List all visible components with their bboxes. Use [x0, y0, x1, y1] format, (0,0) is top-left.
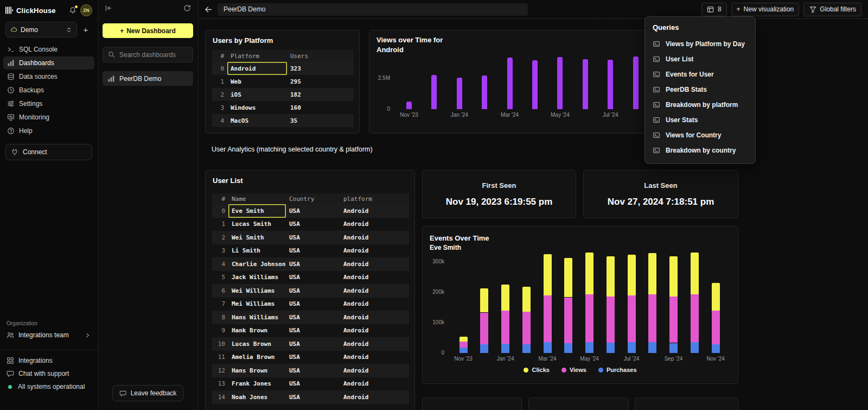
bar [482, 75, 487, 109]
table-cell: Android [340, 364, 409, 377]
table-row[interactable]: 7Mei WilliamsUSAAndroid [212, 298, 409, 311]
table-row[interactable]: 3Li SmithUSAAndroid [212, 244, 409, 258]
bar-segment-clicks [459, 337, 468, 341]
footer-label: Integrations [18, 357, 53, 364]
leave-feedback-button[interactable]: Leave feedback [112, 385, 184, 401]
table-row[interactable]: 3Windows160 [212, 101, 354, 114]
x-axis-tick: Jan '24 [443, 112, 476, 118]
queries-menu-item-user-list[interactable]: User List [645, 52, 755, 67]
table-row[interactable]: 13Frank JonesUSAAndroid [212, 377, 409, 391]
query-icon [653, 71, 660, 78]
queries-menu-item-breakdown-by-country[interactable]: Breakdown by country [645, 143, 755, 158]
chevron-right-icon [84, 331, 91, 339]
table-cell: Android [340, 218, 409, 231]
legend-item-views: Views [561, 367, 586, 373]
table-row[interactable]: 12Hans BrownUSAAndroid [212, 364, 409, 377]
queries-menu-item-breakdown-by-platform[interactable]: Breakdown by platform [645, 97, 755, 112]
bar-segment-clicks [480, 288, 488, 313]
global-filters-button[interactable]: Global filters [803, 3, 861, 16]
avatar[interactable]: ZN [80, 4, 92, 16]
table-row[interactable]: 2iOS182 [212, 88, 354, 101]
service-selector[interactable]: Demo [5, 22, 77, 37]
sidebar-item-help[interactable]: Help [3, 124, 94, 137]
query-icon [653, 55, 660, 63]
sidebar-item-chat-with-support[interactable]: Chat with support [7, 367, 91, 380]
metric-value: Nov 27, 2024 7:18:51 pm [584, 197, 738, 207]
refresh-button[interactable] [183, 4, 191, 12]
sidebar-item-sql-console[interactable]: SQL Console [3, 43, 94, 56]
table-cell: 14 [212, 390, 228, 404]
sidebar-item-dashboards[interactable]: Dashboards [3, 56, 94, 70]
table-row[interactable]: 6Wei WilliamsUSAAndroid [212, 284, 409, 298]
new-dashboard-button[interactable]: + New Dashboard [103, 23, 193, 38]
table-row[interactable]: 2Wei SmithUSAAndroid [212, 231, 409, 244]
backup-icon [7, 86, 15, 94]
sidebar-item-settings[interactable]: Settings [3, 97, 94, 110]
table-row[interactable]: 10Lucas BrownUSAAndroid [212, 337, 409, 351]
bar [583, 59, 588, 109]
queries-menu-item-user-stats[interactable]: User Stats [645, 112, 755, 128]
bar-segment-clicks [564, 258, 572, 298]
terminal-icon [7, 46, 15, 53]
bar-segment-purchases [585, 342, 593, 353]
search-input[interactable] [118, 51, 188, 59]
table-cell: Noah Jones [228, 390, 286, 404]
queries-menu-title: Queries [645, 22, 755, 36]
table-cell: Android [340, 324, 409, 338]
user-analytics-label: User Analytics (matching selected countr… [212, 146, 373, 153]
bar-segment-views [628, 295, 636, 343]
queries-menu-item-views-by-platform-by-day[interactable]: Views by Platform by Day [645, 36, 755, 52]
collapse-panel-button[interactable] [105, 4, 112, 12]
table-cell: 2 [212, 88, 227, 101]
dashboard-title-input[interactable] [218, 3, 528, 16]
table-row[interactable]: 1Web295 [212, 75, 354, 88]
cutoff-panel [635, 398, 738, 410]
sidebar-item-all-systems-operational[interactable]: All systems operational [7, 380, 91, 393]
back-button[interactable] [205, 5, 212, 13]
table-row[interactable]: 9Hank BrownUSAAndroid [212, 324, 409, 338]
notifications-bell-icon[interactable] [69, 7, 76, 14]
cutoff-panel [528, 398, 629, 410]
sidebar-item-integrations[interactable]: Integrations [7, 354, 91, 367]
new-visualization-button[interactable]: + New visualization [731, 3, 800, 16]
table-row[interactable]: 4Charlie JohnsonUSAAndroid [212, 257, 409, 271]
legend-item-clicks: Clicks [524, 367, 549, 373]
queries-menu-item-views-for-country[interactable]: Views for Country [645, 128, 755, 143]
table-row[interactable]: 8Hans WilliamsUSAAndroid [212, 311, 409, 324]
queries-menu-item-peerdb-stats[interactable]: PeerDB Stats [645, 82, 755, 97]
add-service-button[interactable]: + [79, 23, 92, 36]
sidebar-item-monitoring[interactable]: Monitoring [3, 111, 94, 124]
table-cell: 6 [212, 284, 228, 298]
table-row[interactable]: 14Noah JonesUSAAndroid [212, 390, 409, 404]
query-icon [653, 101, 660, 109]
queries-count-button[interactable]: 8 [701, 3, 727, 16]
sidebar-item-data-sources[interactable]: Data sources [3, 70, 94, 83]
table-row[interactable]: 5Jack WilliamsUSAAndroid [212, 271, 409, 285]
table-row[interactable]: 11Amelia BrownUSAAndroid [212, 351, 409, 364]
nav-label: Dashboards [19, 59, 54, 67]
dashboard-list-item[interactable]: PeerDB Demo [103, 71, 193, 86]
table-cell: Li Smith [228, 244, 286, 258]
table-cell: Android [227, 62, 287, 75]
layout-icon [707, 5, 714, 13]
table-cell: Android [340, 377, 409, 391]
table-cell: 182 [287, 88, 354, 101]
legend-dot [524, 368, 528, 373]
table-row[interactable]: 0Eve SmithUSAAndroid [212, 204, 409, 218]
queries-menu-item-events-for-user[interactable]: Events for User [645, 67, 755, 82]
table-cell: 4 [212, 257, 228, 271]
sidebar-item-integrations-team[interactable]: Integrations team [7, 331, 91, 339]
bar-segment-purchases [544, 342, 552, 353]
help-icon [7, 127, 15, 135]
connect-button[interactable]: Connect [5, 144, 92, 160]
bar [431, 75, 437, 109]
sidebar-item-backups[interactable]: Backups [3, 84, 94, 97]
table-cell: 0 [212, 62, 227, 75]
table-row[interactable]: 4MacOS35 [212, 114, 354, 127]
table-cell: 1 [212, 218, 228, 231]
table-row[interactable]: 1Lucas SmithUSAAndroid [212, 218, 409, 231]
table-cell: MacOS [227, 114, 287, 127]
table-cell: 2 [212, 231, 228, 244]
table-row[interactable]: 0Android323 [212, 62, 354, 75]
user-list-panel: User List #NameCountryplatform0Eve Smith… [205, 170, 415, 410]
